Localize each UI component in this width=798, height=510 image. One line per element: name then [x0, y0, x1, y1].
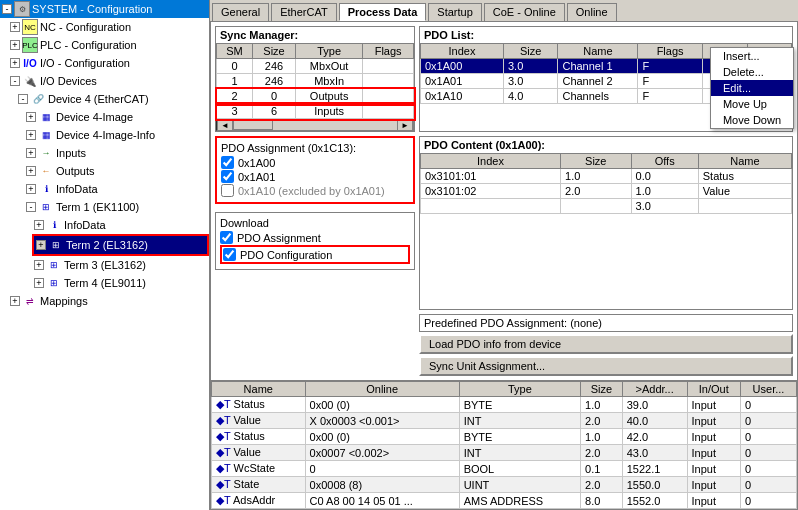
mappings-label: Mappings — [40, 295, 88, 307]
sm-scroll-right[interactable]: ► — [397, 119, 413, 131]
tree-item-term4[interactable]: + ⊞ Term 4 (EL9011) — [32, 274, 209, 292]
tree-item-term3[interactable]: + ⊞ Term 3 (EL3162) — [32, 256, 209, 274]
pdo-assign-item-0[interactable]: 0x1A00 — [221, 156, 409, 169]
tree-item-io-devices[interactable]: - 🔌 I/O Devices — [8, 72, 209, 90]
expander-io-devices[interactable]: - — [10, 76, 20, 86]
pdoc-col-name: Name — [698, 154, 791, 169]
expander-device4-image[interactable]: + — [26, 112, 36, 122]
bt-row-0[interactable]: ◆T Status 0x00 (0) BYTE 1.0 39.0 Input 0 — [212, 397, 797, 413]
expander-infodata[interactable]: + — [26, 184, 36, 194]
expander-term2[interactable]: + — [36, 240, 46, 250]
tree-item-outputs[interactable]: + ← Outputs — [24, 162, 209, 180]
expander-device4[interactable]: - — [18, 94, 28, 104]
tab-process-data[interactable]: Process Data — [339, 3, 427, 21]
sm-scroll-thumb[interactable] — [233, 120, 273, 130]
expander-term3[interactable]: + — [34, 260, 44, 270]
sm-row-3[interactable]: 3 6 Inputs — [217, 104, 414, 119]
download-item-1[interactable]: PDO Configuration — [220, 245, 410, 264]
pdo-row2-size: 4.0 — [503, 89, 557, 104]
sm-row0-flags — [363, 59, 414, 74]
sm-row-0[interactable]: 0 246 MbxOut — [217, 59, 414, 74]
ctx-insert[interactable]: Insert... — [711, 48, 793, 64]
ctx-move-up[interactable]: Move Up — [711, 96, 793, 112]
tab-online[interactable]: Online — [567, 3, 617, 21]
pdo-assign-check-1[interactable] — [221, 170, 234, 183]
expander-inputs[interactable]: + — [26, 148, 36, 158]
sm-row-2[interactable]: 2 0 Outputs — [217, 89, 414, 104]
term2-icon: ⊞ — [48, 237, 64, 253]
tree-item-device4-image[interactable]: + ▦ Device 4-Image — [24, 108, 209, 126]
bt-row-2[interactable]: ◆T Status 0x00 (0) BYTE 1.0 42.0 Input 0 — [212, 429, 797, 445]
bt-row-3[interactable]: ◆T Value 0x0007 <0.002> INT 2.0 43.0 Inp… — [212, 445, 797, 461]
tree-item-infodata[interactable]: + ℹ InfoData — [24, 180, 209, 198]
sm-row-1[interactable]: 1 246 MbxIn — [217, 74, 414, 89]
io-config-label: I/O - Configuration — [40, 57, 130, 69]
tree-item-term1[interactable]: - ⊞ Term 1 (EK1100) — [24, 198, 209, 216]
expander-outputs[interactable]: + — [26, 166, 36, 176]
bt-row-5[interactable]: ◆T State 0x0008 (8) UINT 2.0 1550.0 Inpu… — [212, 477, 797, 493]
tab-ethercat[interactable]: EtherCAT — [271, 3, 336, 21]
sm-row3-sm: 3 — [217, 104, 253, 119]
download-item-0[interactable]: PDO Assignment — [220, 231, 410, 244]
sync-unit-button[interactable]: Sync Unit Assignment... — [419, 356, 793, 376]
tree-item-io-config[interactable]: + I/O I/O - Configuration — [8, 54, 209, 72]
bt-row-4[interactable]: ◆T WcState 0 BOOL 0.1 1522.1 Input 0 — [212, 461, 797, 477]
pdo-assign-item-1[interactable]: 0x1A01 — [221, 170, 409, 183]
ctx-delete[interactable]: Delete... — [711, 64, 793, 80]
plc-icon: PLC — [22, 37, 38, 53]
expander-infodata2[interactable]: + — [34, 220, 44, 230]
sm-scrollbar[interactable]: ◄ ► — [216, 119, 414, 131]
ctx-move-down[interactable]: Move Down — [711, 112, 793, 128]
tree-item-mappings[interactable]: + ⇌ Mappings — [8, 292, 209, 310]
pdo-assign-check-2[interactable] — [221, 184, 234, 197]
pdoc-row0-index: 0x3101:01 — [421, 169, 561, 184]
bt-col-name: Name — [212, 382, 306, 397]
bt-r1-online: X 0x0003 <0.001> — [305, 413, 459, 429]
ctx-edit[interactable]: Edit... — [711, 80, 793, 96]
expander-system[interactable]: - — [2, 4, 12, 14]
tree-item-system[interactable]: - ⚙ SYSTEM - Configuration — [0, 0, 209, 18]
expander-mappings[interactable]: + — [10, 296, 20, 306]
tree-item-nc[interactable]: + NC NC - Configuration — [8, 18, 209, 36]
tab-general[interactable]: General — [212, 3, 269, 21]
bt-row-6[interactable]: ◆T AdsAddr C0 A8 00 14 05 01 ... AMS ADD… — [212, 493, 797, 509]
pdoc-row2-index — [421, 199, 561, 214]
tree-item-device4-image-inf[interactable]: + ▦ Device 4-Image-Info — [24, 126, 209, 144]
pdoc-row-0[interactable]: 0x3101:01 1.0 0.0 Status — [421, 169, 792, 184]
bt-row-1[interactable]: ◆T Value X 0x0003 <0.001> INT 2.0 40.0 I… — [212, 413, 797, 429]
sm-col-size: Size — [253, 44, 296, 59]
tree-item-inputs[interactable]: + → Inputs — [24, 144, 209, 162]
tab-startup[interactable]: Startup — [428, 3, 481, 21]
pdo-content-table: Index Size Offs Name 0x3101:01 — [420, 153, 792, 214]
expander-plc[interactable]: + — [10, 40, 20, 50]
expander-nc[interactable]: + — [10, 22, 20, 32]
pdo-row0-name: Channel 1 — [558, 59, 638, 74]
bt-r6-online: C0 A8 00 14 05 01 ... — [305, 493, 459, 509]
download-check-0[interactable] — [220, 231, 233, 244]
bt-r2-size: 1.0 — [581, 429, 623, 445]
download-check-1[interactable] — [223, 248, 236, 261]
pdo-assign-check-0[interactable] — [221, 156, 234, 169]
sm-scroll-left[interactable]: ◄ — [217, 119, 233, 131]
expander-term1[interactable]: - — [26, 202, 36, 212]
tree-item-plc[interactable]: + PLC PLC - Configuration — [8, 36, 209, 54]
expander-term4[interactable]: + — [34, 278, 44, 288]
tree-item-infodata2[interactable]: + ℹ InfoData — [32, 216, 209, 234]
tab-coe-online[interactable]: CoE - Online — [484, 3, 565, 21]
context-menu: Insert... Delete... Edit... Move Up Move… — [710, 47, 794, 129]
tree-item-term2[interactable]: + ⊞ Term 2 (EL3162) — [32, 234, 209, 256]
bt-r5-inout: Input — [687, 477, 740, 493]
pdoc-row-2[interactable]: 3.0 — [421, 199, 792, 214]
tree-item-device4[interactable]: - 🔗 Device 4 (EtherCAT) — [16, 90, 209, 108]
expander-device4-image-inf[interactable]: + — [26, 130, 36, 140]
load-pdo-button[interactable]: Load PDO info from device — [419, 334, 793, 354]
pdoc-row-1[interactable]: 0x3101:02 2.0 1.0 Value — [421, 184, 792, 199]
pdo-col-name: Name — [558, 44, 638, 59]
sm-row1-sm: 1 — [217, 74, 253, 89]
pdo-assign-item-2[interactable]: 0x1A10 (excluded by 0x1A01) — [221, 184, 409, 197]
infodata-icon: ℹ — [38, 181, 54, 197]
plc-label: PLC - Configuration — [40, 39, 137, 51]
bt-r6-size: 8.0 — [581, 493, 623, 509]
expander-io-config[interactable]: + — [10, 58, 20, 68]
bt-col-online: Online — [305, 382, 459, 397]
